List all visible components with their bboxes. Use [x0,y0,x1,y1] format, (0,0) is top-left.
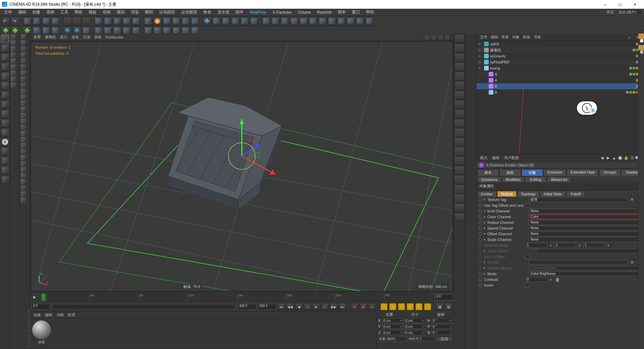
lc3-btn-8[interactable] [21,83,29,88]
key-param-button[interactable]: P [415,303,423,310]
tab-Initial State[interactable]: Initial State [540,191,566,197]
coord-mode-1[interactable]: 对象 (相对) [377,336,406,342]
menu-脚本[interactable]: 脚本 [335,9,348,16]
menu-运动图形[interactable]: 运动图形 [178,9,200,16]
lc1-btn-11[interactable]: S [1,138,9,146]
tab-Groups[interactable]: Groups [599,169,621,176]
menu-文件[interactable]: 文件 [1,9,15,16]
tb1-btn-12[interactable] [122,17,131,26]
tb1-btn-13[interactable] [131,17,140,26]
tab-Texture[interactable]: Texture [497,191,517,197]
lc1-btn-1[interactable] [1,44,9,52]
lc1-btn-9[interactable] [1,119,9,128]
prev-key-button[interactable]: ◀◀ [286,303,294,310]
lc3-btn-5[interactable] [21,64,29,70]
menu-动画[interactable]: 动画 [100,9,113,16]
rs1-btn-2[interactable] [454,53,465,62]
tb1-btn-22[interactable] [221,17,230,26]
lc3-btn-21[interactable] [21,161,29,166]
keysel-button[interactable]: ◈ [368,303,376,310]
menu-模拟[interactable]: 模拟 [114,9,127,16]
coord-apply-button[interactable]: 应用 [436,336,453,342]
menu-选择[interactable]: 选择 [44,9,57,16]
om-menu-对象[interactable]: 对象 [512,35,520,40]
vp-menu-显示[interactable]: 显示 [60,35,67,40]
lc3-btn-16[interactable] [21,131,29,136]
maximize-button[interactable]: ▢ [612,0,627,9]
tb1-btn-28[interactable] [280,17,289,26]
viewport[interactable]: Number of emitters: 2 Total live particl… [31,42,453,291]
lc3-btn-23[interactable] [21,173,29,179]
key-pla-button[interactable]: ○ [424,303,431,310]
om-menu-编辑[interactable]: 编辑 [491,35,498,40]
material-name[interactable]: 材质 [38,340,45,345]
tab-Editing[interactable]: Editing [525,177,546,182]
coord-mode-2[interactable]: 绝对尺寸 [407,336,436,342]
frame-current-small[interactable]: 0 F [435,294,453,300]
tb1-btn-14[interactable] [144,17,152,26]
key-rot-button[interactable]: R [407,303,414,310]
tb1-btn-1[interactable] [11,17,19,26]
rs1-btn-18[interactable] [454,203,465,212]
menu-渲染[interactable]: 渲染 [128,9,142,16]
menu-帮助[interactable]: 帮助 [363,9,377,16]
tb1-btn-2[interactable] [23,17,32,26]
timeline-ruler[interactable]: 04080120160200240280300 [40,293,433,301]
lc1-btn-6[interactable] [1,91,9,99]
rs1-btn-3[interactable] [454,62,465,71]
lc3-btn-4[interactable] [21,58,29,64]
rs1-btn-16[interactable] [454,185,465,193]
vp-nav-1[interactable] [431,35,437,40]
lc3-btn-12[interactable] [21,107,29,112]
tb1-btn-30[interactable] [299,17,308,26]
rs1-btn-1[interactable] [454,44,465,52]
rs1-btn-5[interactable] [454,81,465,90]
frame-end2[interactable]: 300 F [258,304,276,310]
om-item-B[interactable]: B [477,83,644,89]
menu-插件[interactable]: 插件 [233,9,246,16]
lc2-btn-6[interactable] [11,70,19,76]
tb1-btn-18[interactable] [181,17,190,26]
lc2-btn-4[interactable] [11,58,19,64]
mat-menu-编辑[interactable]: 编辑 [45,312,52,317]
next-frame-button[interactable]: ▷ [321,303,329,310]
tab-Extended Data[interactable]: Extended Data [567,169,599,176]
layout-dropdown[interactable]: 启动 (用户) [616,9,643,15]
lc3-btn-19[interactable] [21,149,29,154]
tb1-btn-4[interactable] [42,17,50,26]
menu-Redshift[interactable]: Redshift [314,9,334,15]
vp-menu-摄像机[interactable]: 摄像机 [45,35,56,40]
tab-Advanced[interactable]: Advanced [547,177,571,182]
mat-menu-纹理[interactable]: 纹理 [68,312,75,317]
tb1-btn-6[interactable] [63,17,72,26]
lc1-btn-14[interactable] [1,166,9,174]
tb1-btn-26[interactable] [262,17,270,26]
om-item-B[interactable]: B [477,89,644,95]
lc2-btn-8[interactable] [11,83,19,88]
tb1-btn-23[interactable] [231,17,239,26]
rs1-btn-13[interactable] [454,156,465,165]
rs1-btn-12[interactable] [454,147,465,156]
tb1-btn-29[interactable] [290,17,299,26]
mat-menu-功能[interactable]: 功能 [56,312,64,317]
tb1-btn-3[interactable] [32,17,41,26]
om-item-A[interactable]: A [477,77,644,83]
goto-end-button[interactable]: ⏭ [339,303,346,310]
lc2-btn-2[interactable] [11,46,19,52]
menu-网格[interactable]: 网格 [72,9,85,16]
vtab-1[interactable]: 内容浏览器 [638,34,644,39]
om-item-A[interactable]: A [477,71,644,77]
menu-运动跟踪[interactable]: 运动跟踪 [156,9,178,16]
tab-Emitter[interactable]: Emitter [477,191,496,197]
rs1-btn-0[interactable] [454,34,465,43]
rs1-btn-9[interactable] [454,119,465,128]
lc3-btn-25[interactable] [21,185,29,191]
play-button[interactable]: ▶ [313,303,320,310]
lc2-btn-0[interactable] [11,34,19,40]
lc3-btn-20[interactable] [21,155,29,160]
lc1-btn-13[interactable] [1,156,9,165]
om-menu-标签[interactable]: 标签 [523,35,530,40]
lc3-btn-7[interactable] [21,77,29,82]
tb1-btn-37[interactable] [365,17,374,26]
vp-menu-过滤[interactable]: 过滤 [83,35,90,40]
